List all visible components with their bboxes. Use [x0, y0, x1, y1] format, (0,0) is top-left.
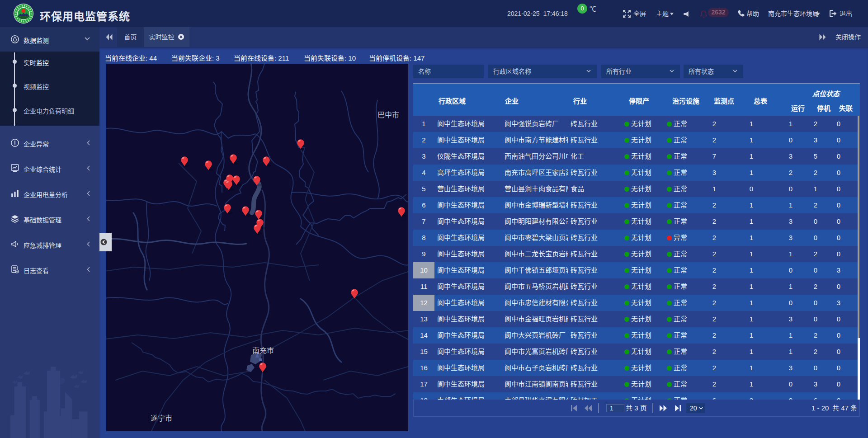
svg-text:遂宁市: 遂宁市 — [151, 414, 172, 422]
svg-text:南充市: 南充市 — [252, 347, 274, 354]
svg-text:巴中市: 巴中市 — [377, 111, 399, 119]
